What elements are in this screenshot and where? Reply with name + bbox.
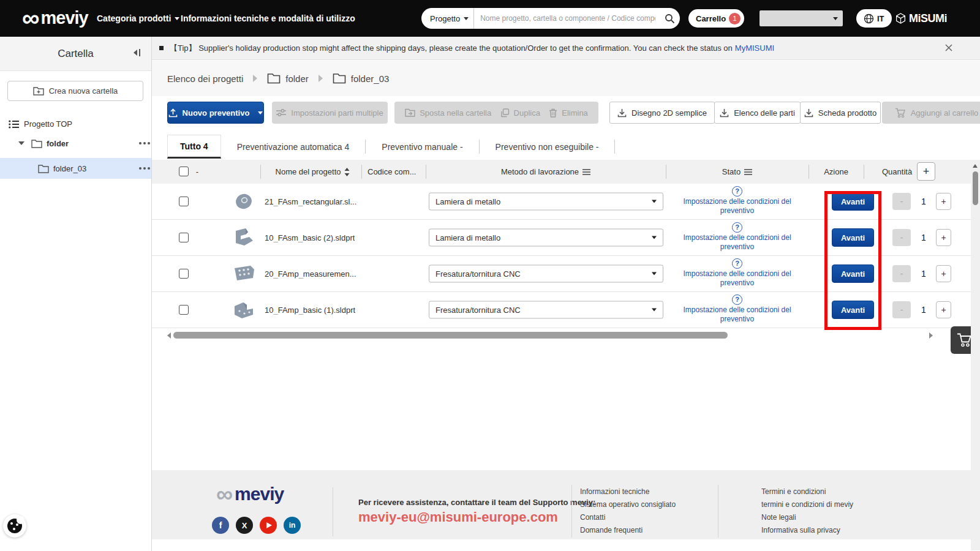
mymisumi-link[interactable]: MyMISUMI [735,43,774,53]
product-sheet-button[interactable]: Scheda prodotto [800,102,881,124]
caret-down-icon[interactable] [18,141,24,145]
avanti-button[interactable]: Avanti [832,192,874,211]
upload-icon [168,108,178,118]
quantity-value: 1 [914,233,933,242]
vertical-scroll-thumb[interactable] [973,171,978,205]
add-to-cart-button[interactable]: Aggiungi al carrello [882,102,980,124]
breadcrumb-folder-03[interactable]: folder_03 [333,73,390,84]
footer-link[interactable]: Contatti [580,513,676,522]
header-status[interactable]: Stato [666,160,809,184]
help-icon[interactable]: ? [732,258,742,269]
tab-automatic-quote[interactable]: Preventivazione automatica 4 [221,135,366,159]
header-code[interactable]: Codice com... [368,160,426,184]
new-quote-button[interactable]: Nuovo preventivo [167,102,264,124]
avanti-button[interactable]: Avanti [832,301,874,319]
scroll-up-icon[interactable] [973,164,978,168]
project-name[interactable]: 10_FAmp_basic (1).sldprt [265,305,355,315]
select-all-checkbox[interactable] [179,167,189,176]
move-to-folder-button[interactable]: Sposta nella cartella [405,108,491,118]
sidebar-item-project-top[interactable]: Progetto TOP [9,119,151,129]
method-select[interactable]: Lamiera di metallo [429,193,663,211]
tab-all[interactable]: Tutto 4 [167,135,221,159]
youtube-icon[interactable] [260,517,277,534]
horizontal-scroll-thumb[interactable] [173,332,728,339]
quantity-decrease-button[interactable]: - [892,265,911,282]
cookie-icon [7,519,22,533]
footer-link[interactable]: Note legali [761,513,853,522]
search-scope-select[interactable]: Progetto [421,8,474,29]
infinity-logo-icon: ∞ [216,485,233,503]
help-icon[interactable]: ? [732,294,742,305]
help-icon[interactable]: ? [732,222,742,233]
footer-link[interactable]: Informazioni tecniche [580,487,676,496]
footer-link[interactable]: termini e condizioni di meviy [761,500,853,509]
footer-meviy-logo[interactable]: ∞ meviy [216,484,284,504]
scroll-right-icon[interactable] [929,332,933,339]
footer-link[interactable]: Sistema operativo consigliato [580,500,676,509]
cart-button[interactable]: Carrello 1 [688,9,744,28]
quantity-decrease-button[interactable]: - [892,193,911,210]
method-select[interactable]: Fresatura/tornitura CNC [429,265,663,283]
nav-category-menu[interactable]: Categoria prodotti [97,0,179,37]
chevron-down-icon [652,200,657,203]
quantity-increase-button[interactable]: + [936,301,951,318]
method-select[interactable]: Fresatura/tornitura CNC [429,301,663,319]
row-checkbox[interactable] [179,269,189,279]
footer-link[interactable]: Domande frequenti [580,526,676,534]
top-navbar: ∞ meviy Categoria prodotti Informazioni … [0,0,980,37]
linkedin-icon[interactable]: in [284,517,301,534]
search-icon[interactable] [659,13,680,24]
quantity-decrease-button[interactable]: - [892,229,911,246]
meviy-logo[interactable]: ∞ meviy [22,7,88,28]
horizontal-scrollbar[interactable] [167,331,933,339]
quantity-increase-button[interactable]: + [936,265,951,282]
scroll-left-icon[interactable] [167,332,171,339]
footer-link[interactable]: Termini e condizioni [761,487,853,496]
more-options-icon[interactable] [139,142,141,144]
quantity-increase-button[interactable]: + [936,229,951,246]
facebook-icon[interactable]: f [212,517,229,534]
delete-button[interactable]: Elimina [549,108,588,118]
project-name[interactable]: 21_FAsm_rectangular.sl... [265,197,356,206]
row-checkbox[interactable] [179,305,189,315]
close-icon[interactable] [944,43,953,52]
profile-select[interactable] [760,10,843,26]
support-email-link[interactable]: meviy-eu@misumi-europe.com [358,509,558,525]
breadcrumb-folder[interactable]: folder [267,73,309,84]
simple-2d-drawing-button[interactable]: Disegno 2D semplice [609,102,715,124]
more-options-icon[interactable] [139,167,141,170]
nav-technical-info[interactable]: Informazioni tecniche e modalità di util… [181,0,355,37]
header-project-name[interactable]: Nome del progetto [262,160,363,184]
create-folder-button[interactable]: Crea nuova cartella [7,81,143,101]
parts-list-button[interactable]: Elenco delle parti [714,102,801,124]
add-column-button[interactable]: + [917,162,935,181]
sidebar-item-folder-03[interactable]: folder_03 [0,158,151,179]
project-name[interactable]: 20_FAmp_measuremen... [265,269,356,279]
x-twitter-icon[interactable]: X [236,517,253,534]
tab-manual-quote[interactable]: Preventivo manuale - [366,135,478,159]
duplicate-button[interactable]: Duplica [500,108,540,118]
quantity-decrease-button[interactable]: - [892,301,911,318]
project-name[interactable]: 10_FAsm_basic (2).sldprt [265,233,355,242]
row-checkbox[interactable] [179,197,189,206]
collapse-sidebar-icon[interactable] [132,48,141,57]
search-input[interactable] [474,14,659,23]
cart-icon [956,332,972,348]
header-method[interactable]: Metodo di lavorazione [426,160,666,184]
method-select[interactable]: Lamiera di metallo [429,229,663,247]
part-thumbnail-icon [232,298,256,322]
breadcrumb-projects[interactable]: Elenco dei progetti [167,73,243,84]
misumi-logo[interactable]: MiSUMi [895,0,947,37]
avanti-button[interactable]: Avanti [832,228,874,247]
tab-not-executable[interactable]: Preventivo non eseguibile - [480,135,615,159]
avanti-button[interactable]: Avanti [832,264,874,283]
quantity-increase-button[interactable]: + [936,193,951,210]
multi-part-settings-button[interactable]: Impostazioni parti multiple [272,102,388,124]
sidebar-item-folder[interactable]: folder [0,133,151,153]
row-checkbox[interactable] [179,233,189,242]
cookie-settings-button[interactable] [3,514,26,538]
vertical-scrollbar[interactable] [971,160,980,550]
language-button[interactable]: IT [856,9,892,28]
help-icon[interactable]: ? [732,186,742,197]
footer-link[interactable]: Informativa sulla privacy [761,526,853,534]
